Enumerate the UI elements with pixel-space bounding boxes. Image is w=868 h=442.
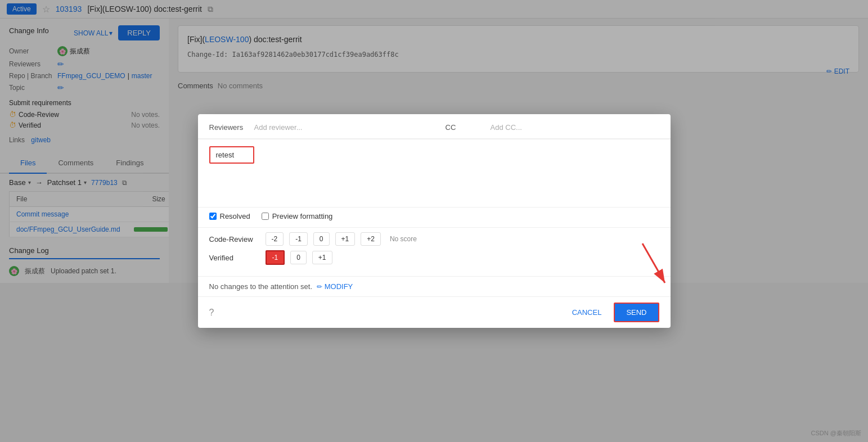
cc-field-label: CC <box>446 123 485 132</box>
cc-field: CC Add CC... <box>446 123 659 138</box>
reviewers-field: Reviewers Add reviewer... <box>209 123 423 138</box>
modal-overlay: Reviewers Add reviewer... CC Add CC... r… <box>0 0 868 442</box>
code-review-neg2-btn[interactable]: -2 <box>266 232 284 246</box>
modal-header: Reviewers Add reviewer... CC Add CC... <box>198 114 671 139</box>
verified-zero-btn[interactable]: 0 <box>290 251 307 264</box>
verified-vote-row: Verified -1 0 +1 <box>209 250 659 265</box>
preview-checkbox[interactable] <box>262 213 269 220</box>
add-reviewer-input[interactable]: Add reviewer... <box>254 123 423 132</box>
verified-neg1-btn[interactable]: -1 <box>266 250 285 265</box>
verified-pos1-btn[interactable]: +1 <box>312 251 332 264</box>
code-review-vote-label: Code-Review <box>209 235 260 243</box>
message-text[interactable]: retest <box>209 146 254 164</box>
reviewers-field-label: Reviewers <box>209 123 249 132</box>
add-cc-input[interactable]: Add CC... <box>491 123 659 132</box>
resolved-checkbox[interactable] <box>209 213 217 220</box>
code-review-neg1-btn[interactable]: -1 <box>289 232 308 246</box>
modal-message-area[interactable]: retest <box>198 139 671 207</box>
preview-checkbox-label[interactable]: Preview formatting <box>262 212 333 220</box>
modal-options-row: Resolved Preview formatting <box>198 207 671 227</box>
reply-modal: Reviewers Add reviewer... CC Add CC... r… <box>198 114 671 328</box>
modal-vote-section: Code-Review -2 -1 0 +1 +2 No score Verif… <box>198 227 671 276</box>
no-score-label: No score <box>390 235 417 243</box>
attention-row: No changes to the attention set. ✏ MODIF… <box>198 276 671 296</box>
resolved-checkbox-label[interactable]: Resolved <box>209 212 250 220</box>
cancel-button[interactable]: CANCEL <box>565 305 609 320</box>
verified-vote-label: Verified <box>209 254 260 262</box>
code-review-pos1-btn[interactable]: +1 <box>335 232 356 246</box>
help-icon[interactable]: ? <box>209 308 214 318</box>
send-button[interactable]: SEND <box>614 303 659 322</box>
attention-text: No changes to the attention set. <box>209 282 313 291</box>
code-review-pos2-btn[interactable]: +2 <box>361 232 381 246</box>
code-review-vote-row: Code-Review -2 -1 0 +1 +2 No score <box>209 232 659 246</box>
code-review-zero-btn[interactable]: 0 <box>313 232 330 246</box>
modal-footer: ? CANCEL SEND <box>198 296 671 328</box>
modify-pencil-icon: ✏ <box>317 283 322 291</box>
modify-attention-link[interactable]: ✏ MODIFY <box>317 282 353 291</box>
